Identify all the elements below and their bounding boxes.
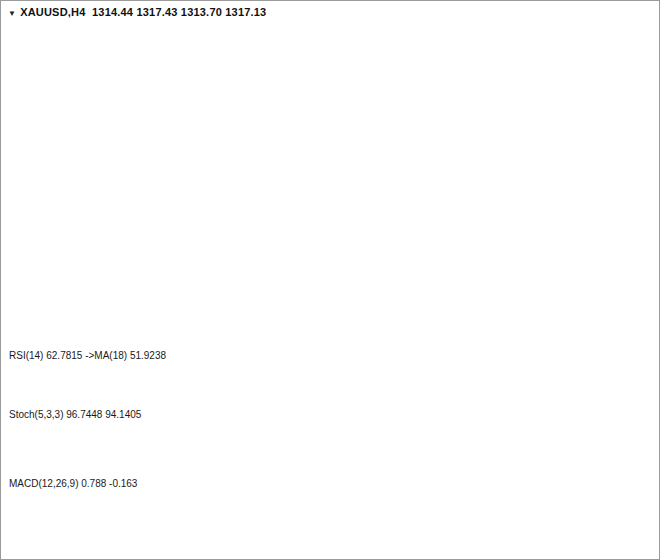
ohlc-values: 1314.44 1317.43 1313.70 1317.13	[92, 6, 266, 18]
chart-canvas[interactable]	[1, 1, 660, 560]
symbol-dropdown-icon[interactable]: ▼	[8, 9, 16, 18]
stochastic-indicator-label: Stoch(5,3,3) 96.7448 94.1405	[9, 409, 141, 420]
rsi-indicator-label: RSI(14) 62.7815 ->MA(18) 51.9238	[9, 350, 166, 361]
symbol-period-label: XAUUSD,H4	[20, 6, 85, 18]
macd-indicator-label: MACD(12,26,9) 0.788 -0.163	[9, 478, 137, 489]
chart-title: ▼XAUUSD,H4 1314.44 1317.43 1313.70 1317.…	[8, 6, 266, 18]
chart-window: ▼XAUUSD,H4 1314.44 1317.43 1313.70 1317.…	[0, 0, 660, 560]
